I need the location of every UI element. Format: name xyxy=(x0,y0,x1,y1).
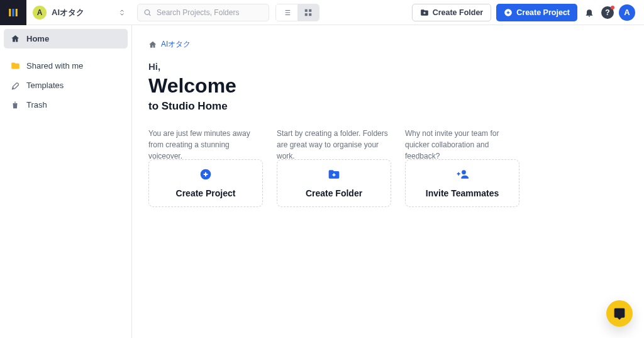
card-label-project: Create Project xyxy=(176,188,236,198)
search-icon xyxy=(143,8,152,16)
templates-icon xyxy=(10,81,20,90)
folder-plus-icon xyxy=(420,8,429,17)
sidebar-templates-label: Templates xyxy=(26,81,64,90)
workspace-avatar: A xyxy=(33,6,47,20)
create-folder-button[interactable]: Create Folder xyxy=(412,4,492,21)
breadcrumb: AIオタク xyxy=(148,39,628,50)
svg-rect-2 xyxy=(16,9,18,16)
card-desc-project: You are just few minutes away from creat… xyxy=(148,128,263,152)
card-desc-folder: Start by creating a folder. Folders are … xyxy=(277,128,391,152)
breadcrumb-root[interactable]: AIオタク xyxy=(161,39,191,50)
home-icon xyxy=(10,34,20,43)
sidebar-home-label: Home xyxy=(26,34,49,43)
search-input[interactable] xyxy=(137,4,269,21)
svg-point-3 xyxy=(145,9,150,14)
svg-rect-1 xyxy=(13,9,14,16)
help-button[interactable]: ? xyxy=(601,6,614,19)
hero-hi: Hi, xyxy=(148,61,628,72)
create-folder-label: Create Folder xyxy=(433,8,484,17)
card-col-project: You are just few minutes away from creat… xyxy=(148,128,263,207)
create-project-label: Create Project xyxy=(516,8,570,17)
sidebar-trash-label: Trash xyxy=(26,100,47,110)
workspace-switcher[interactable]: A AIオタク xyxy=(26,6,132,20)
svg-rect-12 xyxy=(305,13,308,16)
trash-icon xyxy=(10,101,20,110)
card-create-project[interactable]: Create Project xyxy=(148,159,263,207)
chat-fab[interactable] xyxy=(606,300,633,327)
list-icon xyxy=(282,8,291,17)
card-desc-invite: Why not invite your team for quicker col… xyxy=(405,128,519,152)
view-grid-button[interactable] xyxy=(297,4,319,21)
help-label: ? xyxy=(605,8,609,17)
sidebar-shared-label: Shared with me xyxy=(26,61,83,70)
card-create-folder[interactable]: Create Folder xyxy=(277,159,391,207)
cards: You are just few minutes away from creat… xyxy=(148,128,628,207)
svg-rect-10 xyxy=(305,9,308,11)
card-col-invite: Why not invite your team for quicker col… xyxy=(405,128,519,207)
grid-icon xyxy=(304,8,313,17)
search-wrap xyxy=(137,4,269,21)
app-logo[interactable] xyxy=(0,0,26,25)
card-invite-teammates[interactable]: Invite Teammates xyxy=(405,159,519,207)
sidebar-item-home[interactable]: Home xyxy=(4,29,128,48)
sidebar-item-templates[interactable]: Templates xyxy=(4,76,128,95)
chat-icon xyxy=(613,307,626,320)
workspace-name: AIオタク xyxy=(52,7,113,18)
svg-rect-0 xyxy=(9,9,11,16)
svg-rect-13 xyxy=(309,13,311,16)
home-icon xyxy=(148,40,157,49)
hero-subtitle: to Studio Home xyxy=(148,100,628,113)
hero-welcome: Welcome xyxy=(148,74,628,98)
chevron-updown-icon xyxy=(118,9,126,16)
card-label-folder: Create Folder xyxy=(306,188,362,198)
topbar-right: Create Folder Create Project ? A xyxy=(412,4,644,21)
sidebar: Home Shared with me Templates Trash xyxy=(0,25,132,338)
notification-dot xyxy=(611,6,614,9)
card-label-invite: Invite Teammates xyxy=(426,188,499,198)
svg-rect-11 xyxy=(309,9,311,11)
person-add-icon xyxy=(456,168,469,183)
body: Home Shared with me Templates Trash AIオタ… xyxy=(0,25,644,338)
svg-point-16 xyxy=(462,170,466,174)
card-col-folder: Start by creating a folder. Folders are … xyxy=(277,128,391,207)
topbar: A AIオタク Create Folder Create Project ? xyxy=(0,0,644,25)
create-project-button[interactable]: Create Project xyxy=(496,4,577,21)
sidebar-item-shared[interactable]: Shared with me xyxy=(4,56,128,76)
plus-circle-icon xyxy=(504,8,513,17)
sidebar-item-trash[interactable]: Trash xyxy=(4,95,128,115)
shared-folder-icon xyxy=(10,61,20,70)
view-list-button[interactable] xyxy=(276,4,297,21)
main: AIオタク Hi, Welcome to Studio Home You are… xyxy=(132,25,644,338)
plus-circle-icon xyxy=(199,168,212,183)
view-toggle xyxy=(275,4,319,21)
notifications-button[interactable] xyxy=(582,6,596,20)
user-avatar[interactable]: A xyxy=(619,4,635,21)
bell-icon xyxy=(584,8,594,18)
folder-plus-icon xyxy=(328,168,340,183)
